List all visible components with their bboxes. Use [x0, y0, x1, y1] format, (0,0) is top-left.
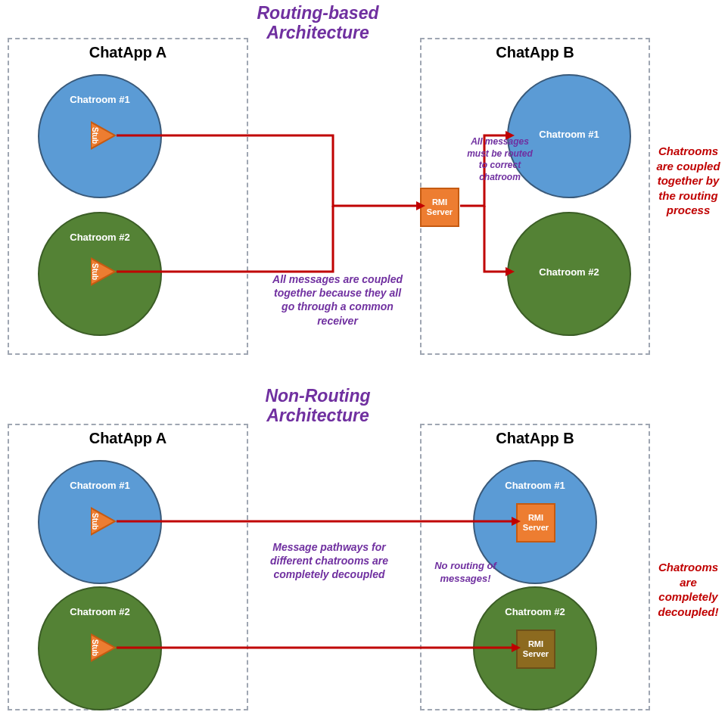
svg-marker-3	[512, 517, 521, 526]
d2-note-right: Chatrooms are completely decoupled!	[652, 560, 724, 619]
svg-marker-4	[512, 643, 521, 652]
d2-note-norouting: No routing of messages!	[424, 560, 507, 586]
d2-arrows	[0, 0, 728, 715]
d2-note-center: Message pathways for different chatrooms…	[257, 540, 401, 582]
architecture-diagram: Routing-based Architecture Non-Routing A…	[0, 0, 728, 715]
